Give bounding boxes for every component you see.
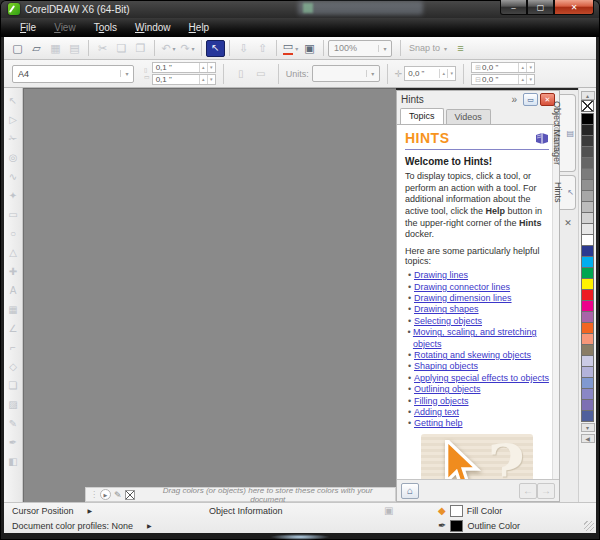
smart-fill-tool[interactable]: ✦ <box>5 186 22 205</box>
menu-tools[interactable]: Tools <box>85 22 126 33</box>
new-document-button[interactable]: ▢ <box>8 39 27 58</box>
hint-link[interactable]: Rotating and skewing objects <box>414 350 531 361</box>
palette-scroll-up-button[interactable]: ▴ <box>581 91 595 100</box>
chevron-down-icon[interactable]: ▾ <box>378 45 391 52</box>
undo-button[interactable]: ↶▾ <box>159 39 178 58</box>
dropdown-arrow-icon[interactable]: ▾ <box>295 45 298 52</box>
back-button[interactable]: ← <box>519 483 537 499</box>
chevron-down-icon[interactable]: ▾ <box>366 70 379 77</box>
copy-button[interactable]: ❏ <box>112 39 131 58</box>
tab-videos[interactable]: Videos <box>446 109 491 124</box>
page-height-field[interactable]: 0,1 " ▴▾ <box>152 74 216 85</box>
menu-window[interactable]: Window <box>126 22 180 33</box>
spinner-down-icon[interactable]: ▾ <box>526 63 534 72</box>
redo-button[interactable]: ↷▾ <box>178 39 197 58</box>
docker-collapse-button[interactable]: ▭ <box>523 93 538 106</box>
menu-help[interactable]: Help <box>180 22 219 33</box>
hint-link[interactable]: Applying special effects to objects <box>414 373 549 384</box>
spinner-up-icon[interactable]: ▴ <box>518 63 526 72</box>
interactive-effects-tool[interactable]: ◇ <box>5 357 22 376</box>
hint-link[interactable]: Drawing lines <box>414 270 468 281</box>
table-tool[interactable]: ▦ <box>5 300 22 319</box>
duplicate-distance-x-field[interactable]: ⊞ 0,0 " ▴▾ <box>471 62 535 73</box>
hint-link[interactable]: Adding text <box>414 407 459 418</box>
eyedropper-icon[interactable]: ✎ <box>114 490 122 500</box>
spinner-up-icon[interactable]: ▴ <box>199 63 207 72</box>
application-launcher-button[interactable]: ▭▾ <box>281 39 300 58</box>
spinner-down-icon[interactable]: ▾ <box>447 69 455 78</box>
pick-tool[interactable]: ↖ <box>5 91 22 110</box>
help-book-icon[interactable] <box>535 132 549 144</box>
zoom-tool[interactable]: ◎ <box>5 148 22 167</box>
no-color-swatch[interactable] <box>581 100 594 112</box>
hint-link[interactable]: Getting help <box>414 418 463 429</box>
polygon-tool[interactable]: △ <box>5 243 22 262</box>
drag-grip-icon[interactable]: ⋮ <box>90 490 98 499</box>
expand-arrow-icon[interactable]: ▶ <box>147 522 152 529</box>
hint-link[interactable]: Selecting objects <box>414 316 482 327</box>
minimize-button[interactable]: – <box>500 0 527 15</box>
home-button[interactable]: ⌂ <box>401 483 419 499</box>
units-combo[interactable]: ▾ <box>312 65 380 82</box>
drawing-canvas[interactable]: ⋮ ▶ ✎ Drag colors (or objects) here to s… <box>23 88 396 502</box>
ellipse-tool[interactable]: ○ <box>5 224 22 243</box>
spinner-down-icon[interactable]: ▾ <box>207 63 215 72</box>
hints-scrollbar[interactable] <box>552 125 559 479</box>
hint-link[interactable]: Outlining objects <box>414 384 481 395</box>
chevron-down-icon[interactable]: ▾ <box>444 45 447 52</box>
spinner-down-icon[interactable]: ▾ <box>207 75 215 84</box>
landscape-button[interactable]: ▭ <box>251 66 271 82</box>
save-button[interactable]: ▦ <box>46 39 65 58</box>
docker-chevron-icon[interactable]: » <box>511 94 517 105</box>
hint-link[interactable]: Moving, scaling, and stretching objects <box>413 327 549 350</box>
basic-shapes-tool[interactable]: ✚ <box>5 262 22 281</box>
resize-grip[interactable] <box>584 521 594 531</box>
zoom-level-combo[interactable]: 100% ▾ <box>328 40 392 57</box>
duplicate-distance-y-field[interactable]: ⊟ 0,0 " ▴▾ <box>471 74 535 85</box>
palette-scroll-down-button[interactable]: ▾ <box>581 423 595 432</box>
spinner-up-icon[interactable]: ▴ <box>199 75 207 84</box>
palette-flyout-button[interactable]: ▶ <box>100 489 111 500</box>
spinner-down-icon[interactable]: ▾ <box>526 75 534 84</box>
hint-link[interactable]: Drawing dimension lines <box>414 293 512 304</box>
tab-topics[interactable]: Topics <box>400 108 444 124</box>
hint-link[interactable]: Shaping objects <box>414 361 478 372</box>
dropdown-arrow-icon[interactable]: ▾ <box>192 45 195 52</box>
welcome-screen-button[interactable]: ▣ <box>300 39 319 58</box>
fill-color-swatch[interactable] <box>450 505 463 517</box>
spinner-up-icon[interactable]: ▴ <box>518 75 526 84</box>
spinner-up-icon[interactable]: ▴ <box>439 69 447 78</box>
search-content-button[interactable]: ↖ <box>206 40 225 57</box>
shadow-tool[interactable]: ❏ <box>5 376 22 395</box>
dimension-tool[interactable]: ∠ <box>5 319 22 338</box>
nudge-offset-field[interactable]: 0,0 " ▴▾ <box>404 66 456 81</box>
page-width-field[interactable]: 0,1 " ▴▾ <box>152 62 216 73</box>
outline-pen-tool[interactable]: ✒ <box>5 433 22 452</box>
chevron-down-icon[interactable]: ▾ <box>120 70 133 77</box>
open-button[interactable]: ▱ <box>27 39 46 58</box>
print-button[interactable]: ▤ <box>65 39 84 58</box>
options-button[interactable]: ≡ <box>451 39 470 58</box>
snap-to-dropdown[interactable]: Snap to ▾ <box>409 43 447 53</box>
dockers-close-button[interactable]: ✕ <box>561 217 575 231</box>
portrait-button[interactable]: ▯ <box>231 66 251 82</box>
crop-tool[interactable]: ✁ <box>5 129 22 148</box>
docker-tab-object-manager[interactable]: ▤ Object Manager <box>560 94 576 172</box>
forward-button[interactable]: → <box>537 483 555 499</box>
hint-link[interactable]: Drawing shapes <box>414 304 479 315</box>
export-button[interactable]: ⇧ <box>253 39 272 58</box>
connector-tool[interactable]: ⌐ <box>5 338 22 357</box>
fill-tool[interactable]: ◧ <box>5 452 22 471</box>
freehand-tool[interactable]: ∿ <box>5 167 22 186</box>
close-button[interactable]: ✕ <box>554 0 594 15</box>
transparency-tool[interactable]: ▨ <box>5 395 22 414</box>
maximize-button[interactable]: ▢ <box>527 0 554 15</box>
text-tool[interactable]: A <box>5 281 22 300</box>
cut-button[interactable]: ✂ <box>93 39 112 58</box>
import-button[interactable]: ⇩ <box>234 39 253 58</box>
paste-button[interactable]: ❐ <box>131 39 150 58</box>
expand-arrow-icon[interactable]: ▶ <box>88 507 93 514</box>
title-bar[interactable]: CorelDRAW X6 (64-Bit) – ▢ ✕ <box>0 0 600 18</box>
no-color-swatch[interactable] <box>125 490 135 500</box>
dropdown-arrow-icon[interactable]: ▾ <box>173 45 176 52</box>
